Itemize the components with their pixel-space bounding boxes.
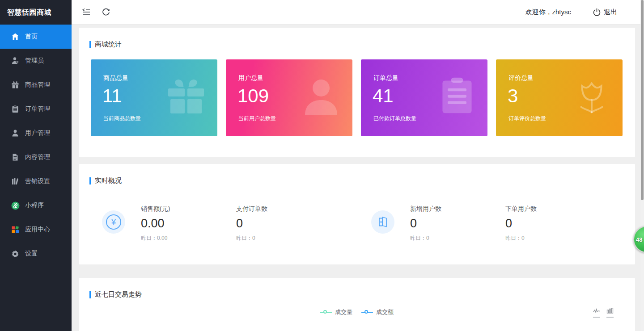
stat-card-goods[interactable]: 商品总量 11 当前商品总数量	[91, 59, 217, 136]
card-caption: 订单评价总数量	[508, 115, 546, 122]
sidebar: 智慧恬园商城 首页 管理员 商品管理	[0, 0, 72, 331]
card-value: 3	[508, 85, 518, 107]
line-series-marker	[361, 310, 373, 314]
legend-label: 成交量	[335, 308, 352, 316]
sidebar-item-orders[interactable]: 订单管理	[0, 97, 72, 121]
welcome-text: 欢迎你，zhtysc	[525, 8, 571, 17]
sidebar-item-label: 订单管理	[25, 105, 50, 113]
sidebar-item-content[interactable]: 内容管理	[0, 145, 72, 169]
section-title-text: 近七日交易走势	[95, 290, 142, 299]
stat-label: 支付订单数	[236, 205, 267, 213]
stat-label: 下单用户数	[505, 205, 537, 213]
sidebar-item-miniprogram[interactable]: 小程序	[0, 193, 72, 218]
main-content: 商城统计 商品总量 11 当前商品总数量 用户总量 109 当前用户总数量	[72, 25, 644, 331]
gift-icon	[165, 75, 208, 120]
header-right: 欢迎你，zhtysc 退出	[525, 8, 617, 17]
card-value: 11	[102, 85, 122, 107]
stat-label: 新增用户数	[410, 205, 441, 213]
card-title: 评价总量	[508, 74, 534, 82]
stat-value: 0	[505, 217, 537, 230]
logout-button[interactable]: 退出	[593, 8, 617, 17]
clipboard-icon	[436, 75, 478, 118]
section-title-bar	[89, 41, 91, 48]
sidebar-item-label: 首页	[25, 33, 38, 41]
legend-label: 成交额	[376, 308, 394, 316]
stat-value: 0.00	[141, 217, 170, 230]
stat-cards-row: 商品总量 11 当前商品总数量 用户总量 109 当前用户总数量	[91, 59, 631, 136]
stat-yesterday: 昨日：0	[236, 235, 267, 242]
flower-icon	[571, 75, 613, 119]
card-caption: 已付款订单总数量	[373, 115, 416, 122]
stat-value: 0	[236, 217, 267, 230]
miniprogram-icon	[11, 201, 20, 210]
document-icon	[11, 153, 20, 162]
refresh-icon[interactable]	[101, 7, 111, 17]
open-door-icon	[371, 210, 394, 234]
legend-item-amount[interactable]: 成交额	[361, 308, 394, 316]
sidebar-menu: 首页 管理员 商品管理 订单管理	[0, 25, 72, 266]
stat-yesterday: 昨日：0	[410, 235, 441, 242]
stat-card-users[interactable]: 用户总量 109 当前用户总数量	[226, 59, 352, 136]
sidebar-item-goods[interactable]: 商品管理	[0, 73, 72, 97]
card-title: 订单总量	[373, 74, 398, 82]
sidebar-item-users[interactable]: 用户管理	[0, 121, 72, 145]
sidebar-item-label: 内容管理	[25, 153, 50, 161]
card-caption: 当前商品总数量	[103, 115, 141, 122]
realtime-stat-paid-orders: 支付订单数 0 昨日：0	[236, 205, 267, 242]
stat-yesterday: 昨日：0.00	[141, 235, 170, 242]
sidebar-item-settings[interactable]: 设置	[0, 242, 72, 266]
stat-yesterday: 昨日：0	[505, 235, 537, 242]
sidebar-item-appcenter[interactable]: 应用中心	[0, 218, 72, 242]
realtime-stat-new-users: 新增用户数 0 昨日：0	[410, 205, 441, 242]
gift-icon	[11, 80, 20, 89]
card-value: 41	[373, 85, 394, 107]
card-value: 109	[237, 85, 269, 107]
section-title-bar	[89, 177, 91, 184]
sidebar-item-label: 营销设置	[25, 177, 50, 185]
home-icon	[11, 32, 20, 41]
section-title-realtime: 实时概况	[89, 176, 122, 185]
sidebar-item-label: 用户管理	[25, 129, 50, 137]
scrollbar-thumb[interactable]	[641, 0, 644, 200]
menu-fold-icon[interactable]	[81, 7, 91, 17]
sidebar-item-admin[interactable]: 管理员	[0, 49, 72, 73]
app-title: 智慧恬园商城	[0, 0, 72, 25]
page-scrollbar[interactable]	[640, 0, 644, 331]
trend-panel: 近七日交易走势 成交量 成交额	[79, 278, 635, 331]
section-title-shop-stats: 商城统计	[89, 40, 122, 49]
sidebar-item-marketing[interactable]: 营销设置	[0, 169, 72, 193]
stat-label: 销售额(元)	[141, 205, 170, 213]
chart-legend: 成交量 成交额	[79, 308, 635, 316]
top-header: 欢迎你，zhtysc 退出	[72, 0, 644, 25]
stat-card-reviews[interactable]: 评价总量 3 订单评价总数量	[496, 59, 623, 136]
card-title: 商品总量	[103, 74, 128, 82]
legend-item-volume[interactable]: 成交量	[320, 308, 352, 316]
user-icon	[11, 129, 20, 138]
line-series-marker	[320, 310, 332, 314]
sidebar-item-label: 商品管理	[25, 81, 50, 89]
stat-value: 0	[410, 217, 441, 230]
sidebar-item-label: 小程序	[25, 201, 44, 209]
section-title-bar	[89, 291, 91, 298]
bar-chart-icon[interactable]	[606, 307, 614, 318]
line-chart-icon[interactable]	[593, 307, 600, 318]
section-title-text: 实时概况	[95, 176, 122, 185]
admin-user-icon	[11, 56, 20, 65]
user-icon	[300, 75, 343, 120]
logout-label: 退出	[604, 8, 617, 17]
app-window: 智慧恬园商城 首页 管理员 商品管理	[0, 0, 644, 331]
books-icon	[11, 177, 20, 186]
card-title: 用户总量	[238, 74, 263, 82]
badge-value: 48	[636, 236, 642, 243]
realtime-stat-ordering-users: 下单用户数 0 昨日：0	[505, 205, 537, 242]
stat-card-orders[interactable]: 订单总量 41 已付款订单总数量	[361, 59, 487, 136]
sidebar-item-label: 设置	[25, 250, 38, 258]
sidebar-item-home[interactable]: 首页	[0, 25, 72, 49]
section-title-trend: 近七日交易走势	[89, 290, 142, 299]
sidebar-item-label: 应用中心	[25, 226, 50, 234]
realtime-panel: 实时概况 ¥ 销售额(元) 0.00 昨日：0.00 支付订单数 0 昨日：0 …	[79, 164, 635, 264]
realtime-stat-sales: 销售额(元) 0.00 昨日：0.00	[141, 205, 170, 242]
power-icon	[593, 8, 601, 17]
app-grid-icon	[11, 225, 20, 234]
clipboard-icon	[11, 105, 20, 113]
